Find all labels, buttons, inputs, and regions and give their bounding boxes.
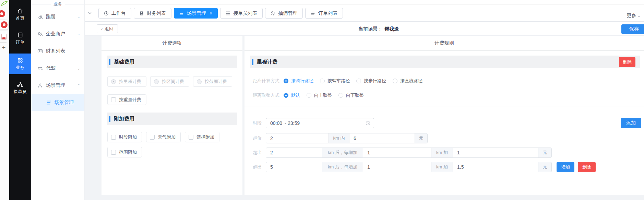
excess-fee-input[interactable] — [453, 148, 538, 158]
checkbox-time-surcharge[interactable]: 时段附加 — [107, 132, 142, 142]
tab-label: 抽佣管理 — [278, 10, 297, 16]
radio-round-up[interactable]: 向上取整 — [307, 92, 332, 98]
checkbox-label: 时段附加 — [119, 134, 137, 140]
billing-rules-title: 计费规则 — [245, 36, 644, 51]
sidebar-item-label: 订单 — [16, 39, 25, 45]
tab-close-icon[interactable]: × — [210, 11, 212, 16]
red-badge-card-icon[interactable] — [0, 20, 8, 30]
tab-finance-list[interactable]: 财务列表 — [134, 8, 171, 19]
tab-courier-list[interactable]: 接单员列表 — [220, 8, 263, 19]
radio-icon — [320, 79, 325, 83]
sidebar-item-home[interactable]: 首页 — [9, 4, 31, 25]
radio-riding-route[interactable]: 按骑行路径 — [284, 78, 313, 84]
checkbox-label: 范围附加 — [119, 149, 137, 155]
add-tier-button[interactable]: 增加 — [557, 162, 574, 172]
unit-km-after-each: km 后，每增加 — [322, 148, 363, 158]
tab-scene-management[interactable]: 场景管理 × — [174, 8, 218, 19]
clock-icon — [366, 121, 370, 126]
radio-round-down[interactable]: 向下取整 — [338, 92, 364, 98]
radio-label: 按步行路径 — [364, 78, 386, 84]
menu-item-finance-list[interactable]: 财务列表 — [31, 43, 84, 60]
secondary-menu-title-text: 业务 — [54, 1, 62, 7]
radio-mileage-billing: 按里程计费 — [107, 76, 146, 87]
top-strip — [85, 0, 644, 5]
distance-round-options: 默认 向上取整 向下取整 — [284, 92, 364, 98]
unit-km-after-each: km 后，每增加 — [322, 162, 363, 172]
chevron-down-icon: ⌄ — [77, 32, 80, 36]
sidebar-item-couriers[interactable]: 接单员 — [9, 78, 31, 98]
sidebar-item-orders[interactable]: 订单 — [9, 28, 31, 49]
radio-label: 按里程计费 — [119, 79, 141, 85]
app-window: + 首页 订单 业务 接单员 业务 跑腿 ⌄ 企业商户 ⌄ — [0, 0, 644, 200]
checkbox-weather-surcharge[interactable]: 天气附加 — [146, 132, 181, 142]
radio-icon — [338, 93, 343, 98]
unit-yuan: 元 — [415, 133, 428, 143]
submenu-item-scene-management-active[interactable]: 场景管理 — [31, 94, 84, 111]
base-price-label: 起价 — [253, 135, 262, 141]
save-button[interactable]: 保存 — [621, 24, 644, 34]
excess-step-input[interactable] — [363, 162, 431, 172]
tab-commission-management[interactable]: 抽佣管理 — [265, 8, 303, 19]
menu-item-enterprise-merchants[interactable]: 企业商户 ⌄ — [31, 25, 84, 43]
base-distance-input[interactable] — [266, 133, 329, 143]
excess-distance-input[interactable] — [266, 148, 322, 158]
radio-icon — [154, 79, 159, 84]
radio-walking-route[interactable]: 按步行路径 — [356, 78, 386, 84]
person-lines-icon — [271, 11, 275, 16]
pdf-doc-icon[interactable] — [1, 34, 7, 40]
grid-icon — [17, 57, 23, 63]
menu-item-designated-driving[interactable]: 代驾 ⌄ — [31, 60, 84, 77]
sidebar-item-label: 首页 — [16, 15, 25, 21]
sidebar-item-business[interactable]: 业务 — [9, 54, 31, 74]
tab-label: 订单列表 — [318, 10, 337, 16]
time-range-input[interactable]: 00:00 ~ 23:59 — [266, 118, 374, 128]
distance-calc-row: 距离计算方式 按骑行路径 按驾车路径 按步行路径 按直线路径 — [253, 78, 644, 84]
billing-rules-panel: 计费规则 里程计费 删除 距离计算方式 按骑行路径 按驾车路径 按步行路径 按直… — [245, 36, 644, 195]
billing-options-title: 计费选项 — [102, 36, 242, 51]
tab-workbench[interactable]: 工作台 — [98, 8, 131, 19]
unit-yuan: 元 — [538, 162, 552, 172]
time-slot-label: 时段 — [253, 120, 262, 126]
excess-step-input[interactable] — [363, 148, 431, 158]
checkbox-label: 按重量计费 — [119, 97, 141, 103]
radio-label: 按区间计费 — [162, 79, 184, 85]
toolbar: ‹ 返回 当前场景：帮我送 保存 — [85, 22, 644, 36]
add-time-slot-button[interactable]: 添加 — [621, 118, 641, 128]
excess-distance-input[interactable] — [266, 162, 322, 172]
extra-fee-row-1: 时段附加 天气附加 选择附加 — [107, 132, 237, 142]
delete-rule-button[interactable]: 删除 — [619, 57, 635, 67]
back-button[interactable]: ‹ 返回 — [97, 24, 118, 33]
tabs-chevron-down-icon[interactable] — [88, 11, 92, 15]
clock-icon — [104, 11, 109, 16]
excess-fee-input[interactable] — [453, 162, 538, 172]
checkbox-select-surcharge[interactable]: 选择附加 — [185, 132, 219, 142]
person-icon — [37, 83, 43, 88]
base-price-group: km 内 元 — [266, 133, 428, 143]
radio-default-rounding[interactable]: 默认 — [284, 92, 300, 98]
red-badge-icon[interactable] — [0, 10, 5, 17]
tab-order-list[interactable]: 订单列表 — [305, 8, 343, 19]
more-button[interactable]: 更多 ⌄ — [627, 13, 641, 19]
radio-label: 向下取整 — [346, 92, 364, 98]
excess-price-row-2: 超出 km 后，每增加 km 加 元 增加 删除 — [253, 162, 644, 172]
distance-calc-label: 距离计算方式 — [253, 78, 279, 84]
secondary-menu-title: 业务 — [31, 0, 84, 8]
radio-straight-route[interactable]: 按直线路径 — [393, 78, 422, 84]
radio-driving-route[interactable]: 按驾车路径 — [320, 78, 350, 84]
delete-tier-button[interactable]: 删除 — [578, 162, 596, 172]
browser-bookmark-strip: + — [0, 0, 9, 200]
menu-item-label: 跑腿 — [46, 14, 56, 20]
base-price-input[interactable] — [349, 133, 415, 143]
list-icon — [226, 11, 230, 15]
menu-item-scene-management[interactable]: 场景管理 ⌃ — [31, 77, 84, 94]
plus-icon[interactable]: + — [0, 44, 7, 51]
billing-options-panel: 计费选项 基础费用 按里程计费 按区间计费 — [102, 36, 242, 195]
leaf-logo-icon[interactable] — [1, 1, 8, 6]
checkbox-weight-billing[interactable]: 按重量计费 — [107, 94, 146, 105]
tabs: 工作台 财务列表 场景管理 × 接单员列表 抽佣管理 — [98, 8, 343, 19]
unit-km-add: km 加 — [431, 162, 453, 172]
menu-item-label: 场景管理 — [46, 82, 65, 89]
radio-icon — [356, 79, 361, 83]
checkbox-range-surcharge[interactable]: 范围附加 — [107, 147, 142, 157]
menu-item-errands[interactable]: 跑腿 ⌄ — [31, 8, 84, 25]
